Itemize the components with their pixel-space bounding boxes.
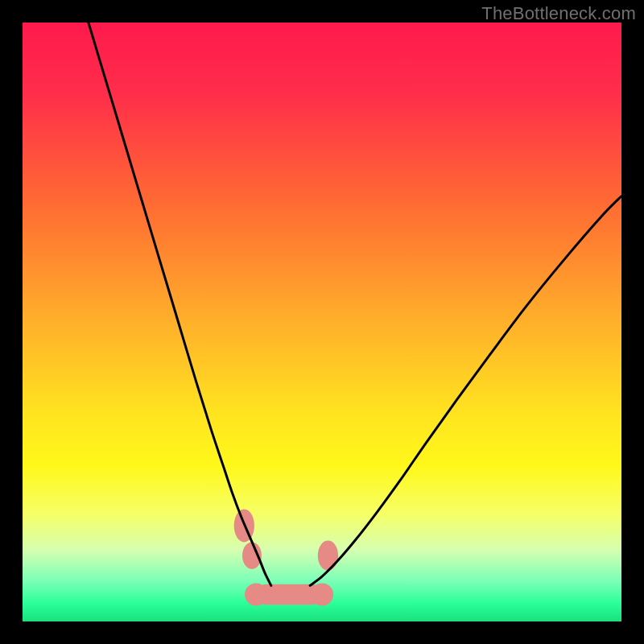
svg-point-1 [311, 583, 333, 605]
svg-point-0 [245, 583, 267, 605]
chart-svg [23, 23, 621, 621]
watermark-text: TheBottleneck.com [481, 3, 636, 24]
plot-area [23, 23, 621, 621]
gradient-background [23, 23, 621, 621]
outer-black-frame: TheBottleneck.com [0, 0, 644, 644]
wiggle-right [318, 541, 338, 571]
